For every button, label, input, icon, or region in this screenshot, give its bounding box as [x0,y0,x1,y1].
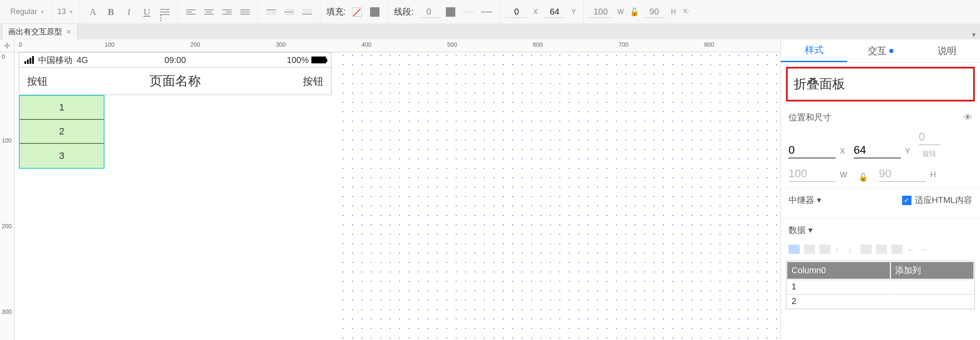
delete-button[interactable] [819,245,831,254]
font-size-select[interactable]: 13 ▼ [57,7,74,16]
status-bar[interactable]: 中国移动 4G 09:00 100% [19,52,332,68]
tab-interactions[interactable]: 交互 [847,39,914,62]
font-family-select[interactable]: Regular ▼ [10,7,45,16]
ruler-tick: 200 [2,223,12,230]
visibility-icon[interactable]: 👁 [964,113,972,122]
nav-right-button[interactable]: 按钮 [303,75,323,88]
lock-icon[interactable]: 🔓 [858,173,868,182]
add-row-button[interactable] [789,245,800,254]
repeater-section: 中继器 ▾ ✓ 适应HTML内容 [781,188,980,218]
text-style-group: A B I U [80,0,178,24]
ruler-tick: 700 [618,41,628,48]
italic-button[interactable]: I [122,5,136,19]
align-right-button[interactable] [220,5,234,19]
line-color-button[interactable] [444,5,457,19]
data-cell[interactable]: 2 [787,294,890,308]
valign-middle-button[interactable] [282,5,296,19]
move-left-icon[interactable]: ← [907,245,915,253]
move-right-icon[interactable]: → [920,245,928,253]
fill-label: 填充: [326,6,346,18]
table-row: 1 [787,280,974,293]
repeater-label[interactable]: 中继器 ▾ [789,194,821,206]
add-column-button[interactable] [804,245,815,254]
table-row: 2 [787,294,974,308]
nav-left-button[interactable]: 按钮 [27,75,48,88]
accordion-row[interactable]: 2 [20,120,104,144]
visibility-icon[interactable]: 👁 [682,7,690,16]
fill-none-button[interactable] [350,5,364,19]
tabs-overflow-icon[interactable]: ▾ [972,30,976,39]
selection-name[interactable]: 折叠面板 [786,67,975,101]
ruler-tick: 200 [190,41,200,48]
page-tab[interactable]: 画出有交互原型 × [2,24,78,39]
arrow-style-button[interactable] [480,5,493,19]
text-color-button[interactable]: A [86,5,100,19]
column-header[interactable]: Column0 [787,262,890,279]
canvas-region: ✛ 0 100 200 300 400 500 600 700 800 0 10… [0,39,780,340]
align-left-button[interactable] [184,5,198,19]
ruler-tick: 100 [2,137,12,144]
close-icon[interactable]: × [66,27,71,36]
align-justify-button[interactable] [238,5,252,19]
y-label: Y [571,8,576,16]
repeater-data-table[interactable]: Column0 添加列 1 2 [786,261,975,309]
insp-x-input[interactable] [789,143,836,158]
accordion-row[interactable]: 1 [20,96,104,120]
move-up-icon[interactable]: ↑ [835,245,843,253]
insp-h-input[interactable] [879,166,926,182]
h-label: H [930,170,936,179]
section-title: 位置和尺寸 [789,112,831,123]
table-button-1[interactable] [860,245,872,254]
bold-button[interactable]: B [104,5,118,19]
line-style-button[interactable] [462,5,475,19]
horizontal-ruler[interactable]: 0 100 200 300 400 500 600 700 800 [15,39,780,52]
w-label: W [840,170,847,179]
tab-notes[interactable]: 说明 [914,39,980,62]
ruler-origin[interactable]: ✛ [0,39,15,52]
insp-y-input[interactable] [854,143,901,158]
nav-bar[interactable]: 按钮 页面名称 按钮 [19,68,332,95]
data-label[interactable]: 数据 ▾ [789,224,813,236]
align-center-button[interactable] [202,5,216,19]
ruler-tick: 400 [362,41,371,48]
line-width-input[interactable] [418,6,439,18]
signal-icon [24,56,34,64]
accordion-repeater[interactable]: 1 2 3 [19,95,105,169]
device-frame: 中国移动 4G 09:00 100% 按钮 页面名称 按钮 [19,52,332,95]
font-size-group: 13 ▼ [51,0,80,24]
top-toolbar: Regular ▼ 13 ▼ A B I U 填充: 线段: [0,0,980,24]
chevron-down-icon: ▼ [40,9,45,15]
line-group: 线段: [388,0,500,24]
y-input[interactable] [544,6,565,18]
data-cell[interactable] [891,294,974,308]
position-size-section: 位置和尺寸 👁 X Y 旋转 W [781,106,980,188]
valign-top-button[interactable] [264,5,278,19]
bullet-list-button[interactable] [158,5,172,19]
valign-bottom-button[interactable] [300,5,314,19]
fill-color-button[interactable] [368,5,382,19]
x-label: X [533,8,538,16]
data-cell[interactable]: 1 [787,280,890,293]
x-input[interactable] [506,6,527,18]
move-down-icon[interactable]: ↓ [848,245,856,253]
fit-html-checkbox[interactable]: ✓ 适应HTML内容 [902,194,972,206]
table-button-3[interactable] [891,245,902,254]
design-canvas[interactable]: 中国移动 4G 09:00 100% 按钮 页面名称 按钮 1 2 3 [15,52,780,340]
add-column-header[interactable]: 添加列 [891,262,974,279]
w-input[interactable] [590,6,611,18]
data-cell[interactable] [891,280,974,293]
lock-icon[interactable]: 🔓 [630,7,639,17]
carrier-label: 中国移动 [38,54,72,66]
table-button-2[interactable] [876,245,887,254]
main-area: ✛ 0 100 200 300 400 500 600 700 800 0 10… [0,39,980,340]
insp-w-input[interactable] [789,166,836,182]
vertical-ruler[interactable]: 0 100 200 300 [0,52,15,340]
h-input[interactable] [643,6,665,18]
underline-button[interactable]: U [140,5,154,19]
accordion-row[interactable]: 3 [20,144,104,168]
tab-interactions-label: 交互 [868,45,887,57]
tab-style[interactable]: 样式 [781,39,847,62]
nav-title: 页面名称 [149,72,201,90]
insp-rotate-input[interactable] [919,129,940,145]
font-size-value: 13 [57,7,66,16]
